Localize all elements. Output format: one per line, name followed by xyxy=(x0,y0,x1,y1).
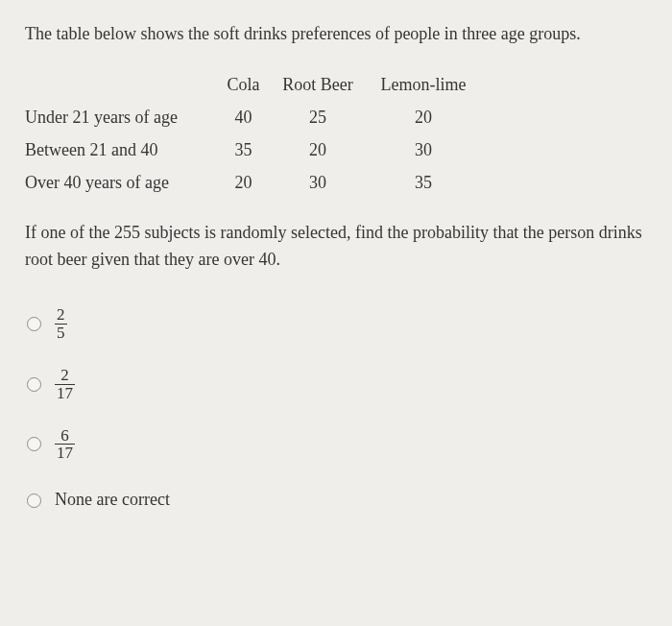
radio-icon xyxy=(27,377,41,392)
preferences-table: Cola Root Beer Lemon-lime Under 21 years… xyxy=(25,69,481,200)
row-label: Between 21 and 40 xyxy=(25,134,217,167)
cell: 20 xyxy=(366,102,481,134)
table-row: Under 21 years of age 40 25 20 xyxy=(25,102,481,134)
row-label: Under 21 years of age xyxy=(25,102,217,134)
fraction-numerator: 2 xyxy=(55,306,67,324)
cell: 35 xyxy=(217,134,270,167)
cell: 30 xyxy=(270,167,366,200)
option-4[interactable]: None are correct xyxy=(27,487,647,514)
option-fraction: 2 5 xyxy=(55,306,67,342)
cell: 35 xyxy=(366,167,481,200)
answer-options: 2 5 2 17 6 17 None are correct xyxy=(25,306,647,514)
option-fraction: 2 17 xyxy=(55,367,75,402)
cell: 20 xyxy=(217,167,270,200)
option-fraction: 6 17 xyxy=(55,427,75,463)
cell: 20 xyxy=(270,134,366,167)
fraction-denominator: 17 xyxy=(55,384,75,402)
fraction-denominator: 17 xyxy=(55,444,75,462)
fraction-numerator: 6 xyxy=(59,427,71,445)
table-row: Over 40 years of age 20 30 35 xyxy=(25,167,481,200)
option-2[interactable]: 2 17 xyxy=(27,367,647,402)
radio-icon xyxy=(27,317,41,331)
option-text: None are correct xyxy=(55,487,170,514)
col-header-rootbeer: Root Beer xyxy=(270,69,366,102)
option-1[interactable]: 2 5 xyxy=(27,306,647,342)
col-header-cola: Cola xyxy=(217,69,270,102)
radio-icon xyxy=(27,437,41,451)
col-header-lemonlime: Lemon-lime xyxy=(366,69,481,102)
table-header-row: Cola Root Beer Lemon-lime xyxy=(25,69,481,102)
option-3[interactable]: 6 17 xyxy=(27,427,647,463)
fraction-denominator: 5 xyxy=(55,324,67,342)
fraction-numerator: 2 xyxy=(59,367,71,384)
intro-text: The table below shows the soft drinks pr… xyxy=(25,21,647,48)
cell: 30 xyxy=(366,134,481,167)
radio-icon xyxy=(27,494,41,508)
row-label: Over 40 years of age xyxy=(25,167,217,200)
table-row: Between 21 and 40 35 20 30 xyxy=(25,134,481,167)
cell: 40 xyxy=(217,102,270,134)
question-text: If one of the 255 subjects is randomly s… xyxy=(25,220,647,274)
cell: 25 xyxy=(270,102,366,134)
